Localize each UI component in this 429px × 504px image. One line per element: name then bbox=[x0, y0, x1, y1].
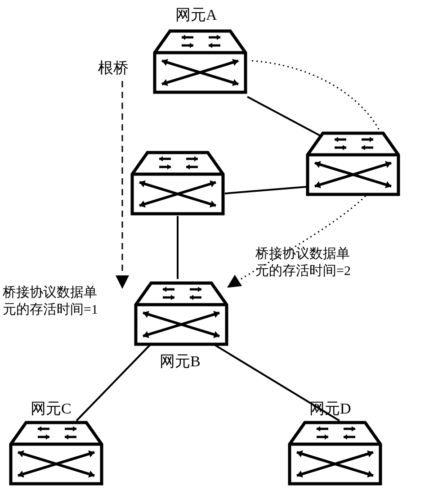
switch-icon bbox=[288, 421, 382, 486]
switch-icon bbox=[130, 151, 225, 216]
annotation-bpdu-right-line2: 元的存活时间=2 bbox=[255, 263, 351, 278]
switch-icon bbox=[134, 281, 228, 346]
label-node-b: 网元B bbox=[160, 351, 201, 372]
link-midleft-midright bbox=[225, 186, 313, 194]
switch-mid-right bbox=[306, 131, 400, 197]
label-root-bridge: 根桥 bbox=[98, 58, 129, 78]
switch-node-d bbox=[288, 421, 382, 486]
switch-icon bbox=[9, 421, 103, 486]
switch-mid-left bbox=[130, 151, 225, 216]
switch-icon bbox=[153, 29, 247, 94]
annotation-bpdu-left-line1: 桥接协议数据单 bbox=[3, 284, 97, 299]
annotation-bpdu-left: 桥接协议数据单 元的存活时间=1 bbox=[3, 284, 98, 317]
switch-node-c bbox=[9, 421, 103, 486]
annotation-bpdu-right-line1: 桥接协议数据单 bbox=[255, 246, 350, 261]
switch-node-b bbox=[134, 281, 228, 346]
link-a-midright bbox=[247, 97, 322, 136]
label-node-d: 网元D bbox=[309, 398, 351, 419]
label-node-c: 网元C bbox=[31, 398, 72, 419]
label-node-a: 网元A bbox=[175, 4, 217, 25]
diagram-stage: 网元A 根桥 网元B 网元C 网元D 桥接协议数据单 元的存活时间=1 桥接协议… bbox=[0, 0, 429, 504]
switch-icon bbox=[306, 131, 400, 197]
switch-node-a bbox=[153, 29, 247, 94]
annotation-bpdu-right: 桥接协议数据单 元的存活时间=2 bbox=[255, 245, 351, 279]
link-b-c bbox=[76, 344, 151, 421]
annotation-bpdu-left-line2: 元的存活时间=1 bbox=[3, 302, 98, 316]
